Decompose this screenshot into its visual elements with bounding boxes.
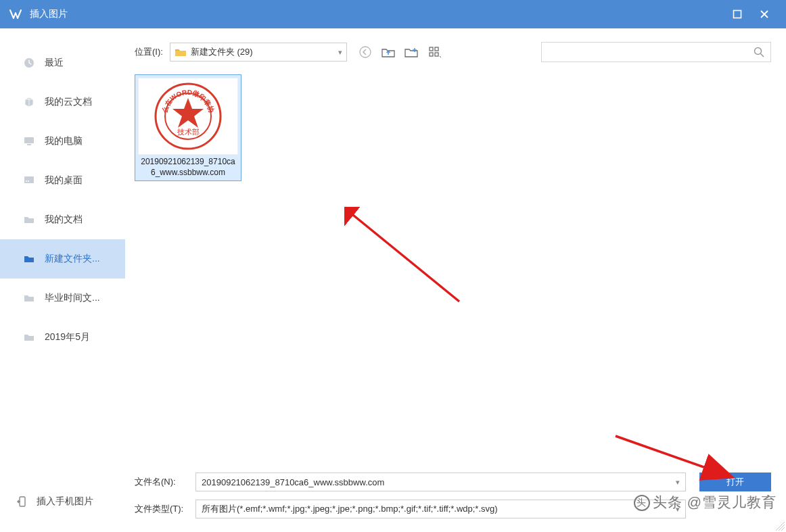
insert-phone-label: 插入手机图片: [37, 495, 93, 508]
svg-point-6: [28, 180, 29, 182]
file-thumbnail: 怎么在WORD做印章协会 技术部: [138, 78, 238, 155]
svg-rect-3: [27, 144, 31, 145]
svg-rect-12: [435, 53, 438, 56]
monitor-icon: [23, 135, 35, 147]
back-button[interactable]: [355, 43, 375, 62]
search-icon: [753, 46, 765, 58]
sidebar-item-cloud-docs[interactable]: 我的云文档: [0, 82, 125, 122]
resize-grip-icon[interactable]: [775, 521, 785, 531]
sidebar: 最近 我的云文档 我的电脑 我的桌面 我的文档 新建文件夹... 毕业时间文..…: [0, 28, 125, 532]
sidebar-item-2019-05[interactable]: 2019年5月: [0, 318, 125, 357]
sidebar-item-label: 2019年5月: [45, 331, 90, 343]
view-mode-button[interactable]: [424, 43, 444, 62]
path-dropdown[interactable]: 新建文件夹 (29) ▾: [170, 43, 347, 62]
chevron-down-icon: ▾: [676, 505, 680, 514]
chevron-down-icon: ▾: [338, 48, 342, 57]
phone-export-icon: [16, 495, 28, 508]
folder-icon: [23, 214, 35, 226]
search-input[interactable]: [547, 47, 753, 57]
svg-rect-2: [24, 137, 34, 143]
sidebar-item-my-documents[interactable]: 我的文档: [0, 200, 125, 239]
sidebar-item-desktop[interactable]: 我的桌面: [0, 161, 125, 200]
folder-icon: [175, 47, 187, 57]
sidebar-item-label: 新建文件夹...: [45, 253, 100, 265]
svg-rect-0: [734, 11, 741, 18]
svg-rect-10: [435, 47, 438, 51]
file-item[interactable]: 怎么在WORD做印章协会 技术部 20190921062139_8710ca6_…: [135, 74, 241, 181]
svg-rect-7: [20, 497, 25, 506]
open-button[interactable]: 打开: [699, 473, 771, 491]
clock-icon: [23, 57, 35, 69]
sidebar-item-label: 我的桌面: [45, 174, 83, 187]
toolbar: 位置(I): 新建文件夹 (29) ▾: [135, 41, 771, 64]
location-label: 位置(I):: [135, 46, 163, 58]
search-box[interactable]: [541, 42, 771, 62]
svg-rect-4: [24, 176, 34, 183]
sidebar-item-label: 最近: [45, 57, 64, 69]
filename-input[interactable]: 20190921062139_8710ca6_www.ssbbww.com ▾: [195, 473, 686, 491]
svg-point-5: [26, 180, 27, 182]
window-title: 插入图片: [30, 8, 724, 20]
sidebar-item-label: 我的文档: [45, 214, 83, 226]
folder-icon: [23, 331, 35, 343]
file-area: 怎么在WORD做印章协会 技术部 20190921062139_8710ca6_…: [135, 64, 771, 464]
sidebar-item-label: 我的云文档: [45, 96, 92, 108]
desktop-icon: [23, 174, 35, 187]
svg-rect-11: [430, 53, 433, 56]
filename-label: 文件名(N):: [135, 476, 195, 488]
filetype-value: 所有图片(*.emf;*.wmf;*.jpg;*.jpeg;*.jpe;*.pn…: [202, 503, 498, 515]
svg-rect-9: [430, 47, 433, 51]
app-logo-icon: [8, 7, 23, 22]
close-button[interactable]: [751, 0, 778, 28]
sidebar-item-graduation[interactable]: 毕业时间文...: [0, 279, 125, 318]
svg-line-18: [350, 212, 459, 301]
maximize-button[interactable]: [724, 0, 751, 28]
titlebar: 插入图片: [0, 0, 786, 28]
svg-point-13: [755, 48, 762, 55]
cube-icon: [23, 96, 35, 108]
filetype-dropdown[interactable]: 所有图片(*.emf;*.wmf;*.jpg;*.jpeg;*.jpe;*.pn…: [195, 500, 686, 518]
sidebar-item-new-folder[interactable]: 新建文件夹...: [0, 239, 125, 279]
filetype-label: 文件类型(T):: [135, 503, 195, 515]
up-folder-button[interactable]: [378, 43, 398, 62]
main-panel: 位置(I): 新建文件夹 (29) ▾: [125, 28, 786, 532]
sidebar-item-label: 我的电脑: [45, 135, 83, 147]
sidebar-item-label: 毕业时间文...: [45, 292, 100, 304]
folder-icon: [23, 292, 35, 304]
annotation-arrow-icon: [344, 207, 480, 315]
sidebar-item-my-computer[interactable]: 我的电脑: [0, 122, 125, 161]
svg-point-8: [360, 47, 371, 57]
svg-text:技术部: 技术部: [177, 128, 200, 136]
insert-phone-picture-button[interactable]: 插入手机图片: [0, 486, 125, 517]
sidebar-item-recent[interactable]: 最近: [0, 43, 125, 82]
folder-icon: [23, 253, 35, 265]
bottom-panel: 文件名(N): 20190921062139_8710ca6_www.ssbbw…: [135, 464, 771, 523]
new-folder-button[interactable]: [401, 43, 421, 62]
chevron-down-icon: ▾: [676, 478, 680, 487]
filename-value: 20190921062139_8710ca6_www.ssbbww.com: [202, 477, 384, 487]
file-name-label: 20190921062139_8710ca6_www.ssbbww.com: [138, 156, 238, 178]
path-text: 新建文件夹 (29): [191, 46, 253, 58]
